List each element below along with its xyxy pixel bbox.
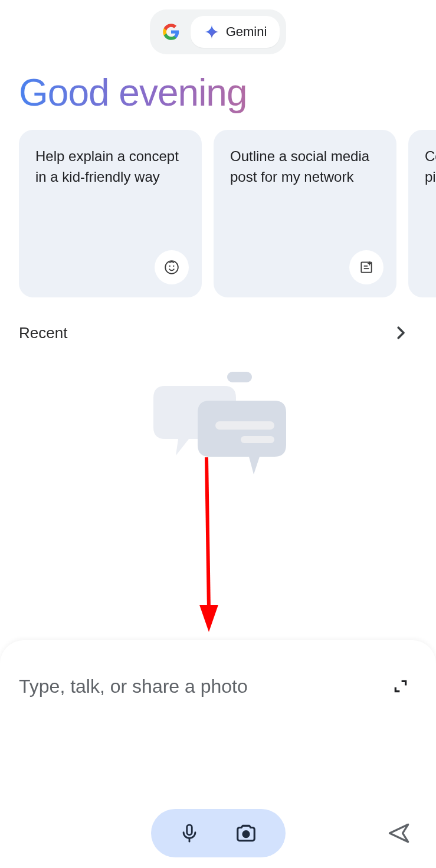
svg-point-2	[173, 266, 174, 267]
greeting-title: Good evening	[0, 54, 436, 125]
google-logo-icon	[162, 22, 180, 42]
input-row	[0, 640, 436, 699]
gemini-label: Gemini	[226, 24, 267, 40]
camera-icon	[235, 822, 257, 844]
send-button[interactable]	[386, 820, 412, 846]
chat-bubbles-icon	[136, 368, 301, 486]
bottom-action-row	[0, 809, 436, 857]
svg-rect-13	[186, 825, 192, 835]
microphone-icon	[179, 823, 199, 843]
toggle-pill: Gemini	[150, 9, 287, 54]
suggestion-text: Outline a social media post for my netwo…	[230, 146, 380, 188]
svg-rect-9	[215, 421, 274, 430]
chevron-right-icon	[392, 324, 409, 342]
microphone-button[interactable]	[179, 823, 199, 843]
mode-toggle: Gemini	[0, 0, 436, 54]
recent-expand-button[interactable]	[389, 321, 412, 345]
svg-point-0	[165, 261, 178, 274]
expand-icon	[393, 679, 408, 694]
suggestion-text: Help explain a concept in a kid-friendly…	[35, 146, 185, 188]
gemini-spark-icon	[204, 24, 220, 40]
suggestion-card-2[interactable]: Outline a social media post for my netwo…	[214, 130, 396, 297]
svg-rect-8	[227, 372, 252, 382]
input-panel	[0, 640, 436, 868]
svg-marker-12	[199, 605, 218, 632]
smiley-icon	[164, 260, 179, 275]
camera-button[interactable]	[235, 822, 257, 844]
page-plus-icon	[359, 260, 374, 275]
suggestion-icon-badge	[349, 250, 383, 284]
recent-empty-state	[0, 345, 436, 486]
svg-point-1	[169, 266, 171, 267]
recent-label: Recent	[19, 324, 67, 342]
suggestion-text: Compare different pictures	[425, 146, 436, 188]
svg-point-15	[242, 831, 248, 837]
suggestion-card-1[interactable]: Help explain a concept in a kid-friendly…	[19, 130, 202, 297]
send-spark-icon	[386, 820, 412, 846]
voice-camera-pill	[151, 809, 286, 857]
gemini-mode-button[interactable]: Gemini	[191, 16, 280, 48]
suggestion-icon-badge	[155, 250, 189, 284]
suggestions-row[interactable]: Help explain a concept in a kid-friendly…	[0, 125, 436, 297]
recent-header: Recent	[0, 297, 436, 345]
suggestion-card-3[interactable]: Compare different pictures	[408, 130, 436, 297]
prompt-input[interactable]	[19, 676, 388, 697]
svg-rect-10	[241, 436, 274, 443]
expand-button[interactable]	[388, 673, 414, 699]
google-mode-button[interactable]	[156, 19, 180, 44]
